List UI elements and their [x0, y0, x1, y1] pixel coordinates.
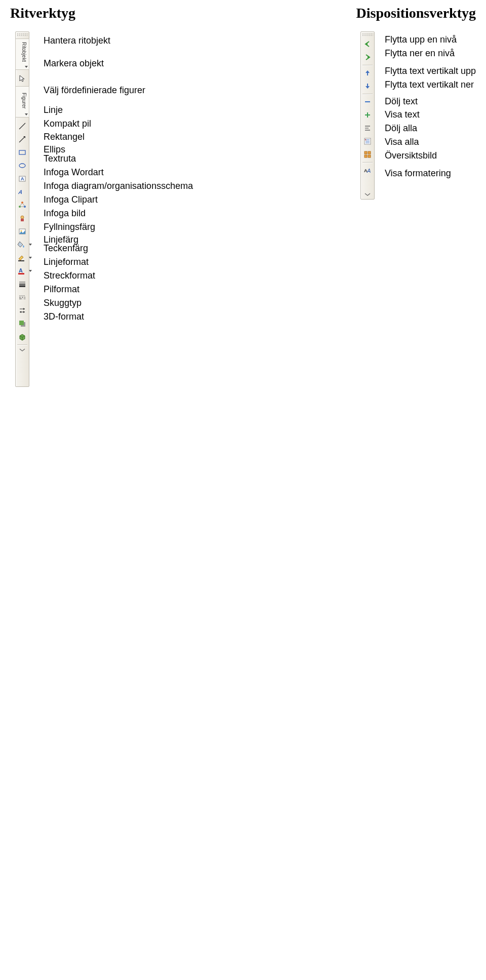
label: Välj fördefinierade figurer [44, 85, 193, 96]
dropdown-icon [29, 244, 32, 246]
disposition-labels: Flytta upp en nivå Flytta ner en nivå Fl… [375, 31, 476, 179]
svg-rect-39 [364, 151, 367, 154]
label: Översiktsbild [385, 150, 476, 161]
label: Skuggtyp [44, 298, 193, 308]
svg-rect-2 [19, 150, 25, 154]
label: Infoga Wordart [44, 167, 193, 178]
label: Hantera ritobjekt [44, 35, 193, 46]
label: Infoga bild [44, 208, 193, 219]
label: Visa text [385, 109, 476, 120]
svg-rect-11 [21, 219, 24, 221]
label: Dölj alla [385, 123, 476, 134]
expand-button[interactable] [17, 347, 28, 353]
svg-rect-31 [367, 112, 368, 117]
label: Teckenfärg [44, 243, 193, 254]
arrow-button[interactable] [17, 134, 28, 145]
separator [362, 94, 373, 94]
ritverktyg-labels: Hantera ritobjekt Markera objekt Välj fö… [29, 31, 193, 322]
label: Visa alla [385, 137, 476, 147]
label: Textruta [44, 153, 193, 164]
svg-rect-29 [365, 101, 370, 102]
figurer-button[interactable]: Figurer [15, 86, 29, 117]
separator [362, 65, 373, 65]
label: Pilformat [44, 284, 193, 295]
svg-line-0 [19, 123, 25, 129]
label: Flytta text vertikalt ner [385, 80, 476, 90]
svg-point-9 [24, 206, 26, 208]
move-down-button[interactable] [362, 81, 373, 92]
label: Visa formatering [385, 168, 476, 179]
dropdown-icon [29, 270, 32, 272]
label: Flytta upp en nivå [385, 34, 476, 45]
svg-point-7 [21, 202, 23, 204]
expand-all-button[interactable] [362, 136, 373, 147]
overview-button[interactable] [362, 149, 373, 160]
label: Flytta text vertikalt upp [385, 66, 476, 76]
line-button[interactable] [17, 121, 28, 132]
label: Infoga Clipart [44, 194, 193, 205]
demote-button[interactable] [362, 52, 373, 63]
collapse-all-button[interactable] [362, 123, 373, 134]
svg-point-3 [19, 164, 25, 168]
fontcolor-button[interactable]: A [16, 265, 29, 277]
collapse-button[interactable] [362, 96, 373, 107]
svg-rect-42 [368, 155, 371, 158]
svg-point-10 [21, 216, 24, 219]
svg-point-8 [19, 206, 21, 208]
textbox-button[interactable]: A [17, 173, 28, 184]
separator [17, 344, 27, 345]
ritobjekt-text: Ritobjekt [21, 42, 26, 62]
linecolor-button[interactable] [16, 252, 29, 263]
svg-rect-14 [18, 260, 24, 261]
label: Flytta ner en nivå [385, 48, 476, 59]
lineweight-button[interactable] [17, 279, 28, 290]
toolbar-grip[interactable] [362, 33, 373, 36]
rectangle-button[interactable] [17, 147, 28, 158]
toolbar-grip[interactable] [17, 33, 28, 36]
dashformat-button[interactable] [17, 292, 28, 303]
label: Kompakt pil [44, 119, 193, 129]
label: Streckformat [44, 270, 193, 281]
svg-rect-26 [19, 321, 24, 325]
heading-ritverktyg: Ritverktyg [10, 5, 75, 21]
diagram-button[interactable] [17, 200, 28, 211]
label: Linjeformat [44, 257, 193, 267]
shadow-button[interactable] [17, 318, 28, 329]
svg-text:A: A [19, 267, 23, 273]
promote-button[interactable] [362, 38, 373, 50]
fillcolor-button[interactable] [16, 239, 29, 250]
arrowformat-button[interactable] [17, 305, 28, 316]
ritobjekt-button[interactable]: Ritobjekt [15, 38, 29, 70]
clipart-button[interactable] [17, 213, 28, 224]
svg-text:A: A [21, 176, 24, 181]
move-up-button[interactable] [362, 67, 373, 79]
select-button[interactable] [17, 73, 28, 84]
dropdown-icon [25, 66, 28, 68]
label: Infoga diagram/organisationsschema [44, 181, 193, 191]
dropdown-icon [29, 257, 32, 259]
label: Markera objekt [44, 58, 193, 69]
label: Dölj text [385, 96, 476, 107]
label: Fyllningsfärg [44, 222, 193, 232]
ritverktyg-toolbar: Ritobjekt Figurer [15, 31, 29, 387]
wordart-button[interactable]: A [17, 186, 28, 198]
expand-toolbar-button[interactable] [362, 191, 373, 198]
svg-rect-41 [364, 155, 367, 158]
label: 3D-format [44, 311, 193, 322]
show-formatting-button[interactable]: AA [362, 165, 373, 176]
figurer-text: Figurer [21, 93, 26, 109]
image-button[interactable] [17, 226, 28, 237]
ellipse-button[interactable] [17, 160, 28, 171]
dropdown-icon [25, 113, 28, 115]
svg-line-1 [19, 137, 24, 142]
disposition-toolbar: AA [360, 31, 375, 200]
svg-rect-40 [368, 151, 371, 154]
svg-text:A: A [367, 168, 371, 174]
label: Rektangel [44, 132, 193, 142]
svg-rect-16 [18, 273, 24, 275]
expand-button[interactable] [362, 109, 373, 121]
label: Linje [44, 105, 193, 115]
svg-text:A: A [18, 189, 23, 195]
3d-button[interactable] [17, 331, 28, 342]
heading-dispositionsverktyg: Dispositionsverktyg [356, 5, 476, 21]
